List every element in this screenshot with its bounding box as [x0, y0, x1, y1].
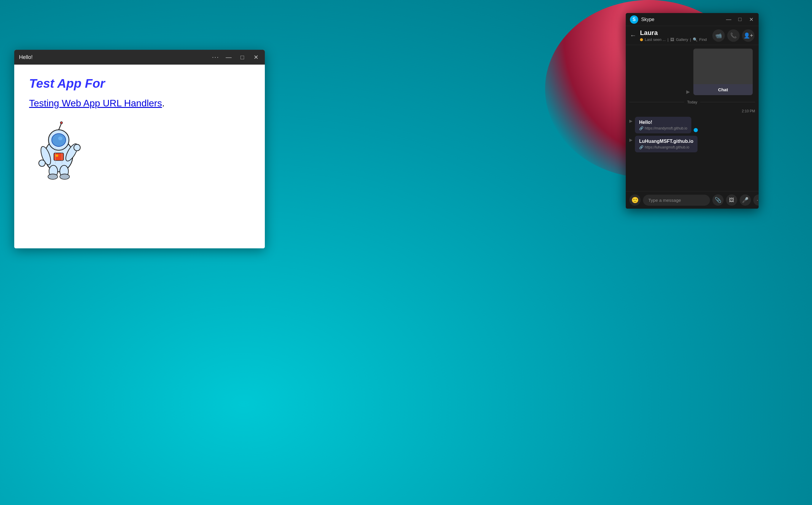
svg-point-11 [60, 174, 70, 179]
message-timestamp: 2:10 PM [629, 109, 755, 113]
message-bubble-1: Hello! 🔗 https://mandymsft.github.io [635, 117, 691, 133]
image-icon: 🖼 [729, 197, 734, 203]
media-preview-card: Chat [693, 49, 753, 95]
webapp-content: Test App For Testing Web App URL Handler… [14, 64, 265, 248]
webapp-heading: Test App For [29, 76, 250, 91]
date-text: Today [687, 100, 697, 104]
svg-point-7 [74, 144, 81, 151]
skype-input-bar: 🙂 📎 🖼 🎤 ··· [626, 191, 759, 209]
skype-logo: S [630, 15, 638, 24]
skype-window: S Skype — □ ✕ ← Laura Last seen ... | 🖼 … [626, 13, 759, 209]
voice-call-icon: 📞 [730, 32, 737, 39]
skype-minimize-button[interactable]: — [725, 16, 732, 23]
webapp-title: Hello! [19, 54, 212, 60]
message1-link-text: https://mandymsft.github.io [645, 126, 687, 130]
skype-logo-letter: S [633, 17, 636, 22]
mic-button[interactable]: 🎤 [739, 194, 751, 206]
mic-icon: 🎤 [742, 197, 749, 203]
svg-point-15 [60, 122, 62, 124]
status-separator2: | [690, 37, 691, 42]
media-preview-image [693, 49, 753, 84]
skype-chat-body[interactable]: ▶ Chat Today 2:10 PM ▶ Hello! 🔗 https://… [626, 45, 759, 191]
header-actions: 📹 📞 👤+ [712, 29, 755, 42]
webapp-link[interactable]: Testing Web App URL Handlers [29, 98, 162, 109]
webapp-minimize-button[interactable]: — [225, 53, 233, 61]
webapp-dots: ··· [212, 53, 219, 61]
send-icon-2: ▶ [629, 138, 633, 142]
webapp-titlebar: Hello! ··· — □ ✕ [14, 50, 265, 64]
svg-point-10 [48, 174, 58, 179]
media-preview-label: Chat [693, 84, 753, 95]
message-input[interactable] [643, 195, 710, 206]
webapp-close-button[interactable]: ✕ [252, 53, 260, 61]
more-options-button[interactable]: ··· [753, 194, 759, 206]
message2-link-text: https://luhuangmsft.github.io [645, 145, 689, 149]
skype-app-title: Skype [641, 17, 725, 22]
more-icon: ··· [757, 197, 759, 203]
skype-titlebar: S Skype — □ ✕ [626, 13, 759, 26]
send-icon-1: ▶ [629, 119, 633, 123]
gallery-icon: 🖼 [670, 37, 674, 42]
link-icon-2: 🔗 [639, 145, 644, 149]
blue-dot-indicator [694, 128, 698, 132]
voice-call-button[interactable]: 📞 [727, 29, 739, 42]
media-card-row: ▶ Chat [629, 49, 755, 95]
send-indicator-media: ▶ [686, 89, 690, 95]
message2-title: LuHuangMSFT.github.io [639, 139, 693, 144]
webapp-link-line: Testing Web App URL Handlers. [29, 98, 250, 109]
contact-info: Laura Last seen ... | 🖼 Gallery | 🔍 Find [640, 29, 712, 42]
find-label[interactable]: Find [699, 37, 707, 42]
webapp-titlebar-controls: ··· — □ ✕ [212, 53, 260, 61]
image-button[interactable]: 🖼 [726, 194, 737, 206]
svg-point-2 [51, 134, 65, 147]
video-call-button[interactable]: 📹 [712, 29, 725, 42]
contact-name: Laura [640, 29, 712, 37]
contact-status: Last seen ... | 🖼 Gallery | 🔍 Find [640, 37, 712, 42]
last-seen-text: Last seen ... [645, 37, 666, 42]
add-contact-button[interactable]: 👤+ [742, 29, 755, 42]
find-icon: 🔍 [693, 37, 697, 42]
online-status-dot [640, 38, 643, 41]
emoji-button[interactable]: 🙂 [629, 194, 641, 206]
date-divider: Today [629, 100, 755, 104]
back-button[interactable]: ← [630, 32, 637, 39]
skype-close-button[interactable]: ✕ [748, 16, 755, 23]
svg-point-3 [58, 137, 62, 141]
webapp-period: . [162, 98, 165, 109]
message-row-2: ▶ LuHuangMSFT.github.io 🔗 https://luhuan… [629, 136, 755, 152]
svg-rect-13 [55, 155, 58, 157]
date-line-right [700, 102, 755, 102]
astronaut-container [29, 121, 250, 181]
webapp-maximize-button[interactable]: □ [238, 53, 247, 61]
message2-link[interactable]: 🔗 https://luhuangmsft.github.io [639, 145, 693, 149]
astronaut-image [29, 121, 88, 180]
video-call-icon: 📹 [715, 32, 722, 39]
message-bubble-2: LuHuangMSFT.github.io 🔗 https://luhuangm… [635, 136, 697, 152]
skype-maximize-button[interactable]: □ [737, 16, 743, 23]
skype-chat-header: ← Laura Last seen ... | 🖼 Gallery | 🔍 Fi… [626, 26, 759, 45]
svg-line-14 [59, 123, 61, 130]
add-contact-icon: 👤+ [743, 32, 753, 39]
link-icon-1: 🔗 [639, 126, 644, 130]
gallery-label[interactable]: Gallery [676, 37, 688, 42]
svg-point-6 [39, 160, 45, 167]
status-separator: | [668, 37, 668, 42]
attach-icon: 📎 [715, 197, 721, 203]
webapp-window: Hello! ··· — □ ✕ Test App For Testing We… [14, 50, 265, 248]
message1-link[interactable]: 🔗 https://mandymsft.github.io [639, 126, 687, 130]
date-line-left [629, 102, 684, 102]
emoji-icon: 🙂 [632, 196, 639, 204]
attach-file-button[interactable]: 📎 [712, 194, 724, 206]
message-row-1: ▶ Hello! 🔗 https://mandymsft.github.io [629, 117, 755, 133]
message1-title: Hello! [639, 120, 687, 125]
skype-titlebar-controls: — □ ✕ [725, 16, 755, 23]
